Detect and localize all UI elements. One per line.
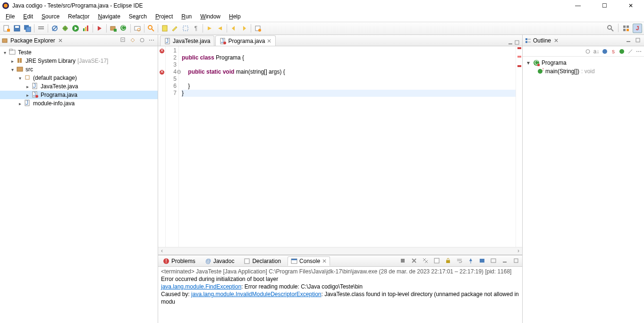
view-menu-icon[interactable] [148,37,156,44]
maximize-editor-icon[interactable] [514,39,520,46]
min-outline-icon[interactable] [625,37,633,44]
show-whitespace-icon[interactable]: ¶ [191,24,201,33]
run-last-icon[interactable] [95,24,104,33]
link-editor-icon[interactable] [129,37,137,44]
console-display-icon[interactable] [479,257,486,265]
svg-rect-41 [623,26,626,28]
search-icon[interactable] [146,24,156,33]
code-content[interactable]: public class Programa { public static vo… [179,46,516,247]
outline-tree[interactable]: ▾ C Programa s main(String[]) : void [523,57,644,77]
console-scroll-lock-icon[interactable] [445,257,452,265]
open-type-icon[interactable] [133,24,142,33]
skip-breakpoints-icon[interactable] [50,24,59,33]
editor-hscroll[interactable]: ‹› [158,247,522,255]
tab-declaration[interactable]: Declaration [241,257,284,265]
code-editor[interactable]: × × 1 2 3 4⊖ 5 6 7 public class Programa… [158,46,522,247]
close-console-icon[interactable]: ✕ [322,258,327,264]
marker-ruler[interactable]: × × [158,46,166,247]
menu-navigate[interactable]: Navigate [94,12,124,21]
svg-point-49 [140,38,144,42]
svg-marker-92 [469,258,472,261]
forward-icon[interactable] [239,24,249,33]
new-icon[interactable] [2,24,11,33]
overview-ruler[interactable] [516,46,522,247]
new-class-icon[interactable]: C [119,24,128,33]
close-button[interactable]: ✕ [623,2,638,9]
menu-run[interactable]: Run [178,12,195,21]
hide-nonpublic-icon[interactable] [619,48,625,55]
tree-jre[interactable]: ▸ JRE System Library [JavaSE-17] [0,57,158,65]
console-word-wrap-icon[interactable] [456,257,464,265]
menu-refactor[interactable]: Refactor [64,12,93,21]
next-annotation-icon[interactable] [205,24,214,33]
tree-file-programa[interactable]: ▸ J Programa.java [0,91,158,99]
outline-menu-icon[interactable] [636,48,642,55]
editor-tab-javateste[interactable]: J JavaTeste.java [160,35,214,46]
hide-static-icon[interactable]: s [610,48,617,55]
hide-local-icon[interactable] [627,48,634,55]
console-open-icon[interactable] [490,257,498,265]
console-terminate-icon[interactable] [399,257,407,265]
new-package-icon[interactable] [109,24,118,33]
menu-file[interactable]: File [2,12,18,21]
console-output[interactable]: <terminated> JavaTeste [Java Application… [158,267,522,323]
console-line: java.lang.module.FindException: Error re… [161,283,519,290]
tree-file-javateste[interactable]: ▸ J JavaTeste.java [0,82,158,91]
save-icon[interactable] [12,24,22,33]
toggle-highlight-icon[interactable] [170,24,180,33]
run-icon[interactable] [71,24,80,33]
pin-editor-icon[interactable] [253,24,263,33]
outline-class[interactable]: ▾ C Programa [524,59,643,67]
save-all-icon[interactable] [23,24,32,33]
block-select-icon[interactable] [181,24,190,33]
tab-problems[interactable]: ! Problems [160,257,198,265]
console-min-icon[interactable] [501,257,509,265]
menu-source[interactable]: Source [38,12,63,21]
editor-tab-programa[interactable]: J Programa.java ✕ [215,35,276,46]
close-outline-icon[interactable]: ✕ [554,37,559,44]
hide-fields-icon[interactable] [602,48,608,55]
console-link[interactable]: java.lang.module.FindException [161,283,241,290]
svg-rect-71 [508,43,512,44]
minimize-button[interactable]: — [570,2,585,9]
console-remove-icon[interactable] [411,257,418,265]
quick-access-icon[interactable] [606,24,615,33]
max-outline-icon[interactable] [635,37,642,44]
console-max-icon[interactable] [513,257,520,265]
toggle-breadcrumb-icon[interactable] [36,24,46,33]
close-view-icon[interactable]: ✕ [58,37,63,44]
outline-method[interactable]: s main(String[]) : void [524,67,643,76]
menu-window[interactable]: Window [196,12,224,21]
maximize-button[interactable]: ☐ [597,2,612,9]
console-clear-icon[interactable] [433,257,441,265]
open-perspective-icon[interactable] [621,24,631,33]
console-remove-all-icon[interactable] [422,257,430,265]
console-link[interactable]: java.lang.module.InvalidModuleDescriptor… [191,291,321,298]
coverage-icon[interactable] [81,24,91,33]
menu-edit[interactable]: Edit [19,12,37,21]
tree-default-package[interactable]: ▾ (default package) [0,74,158,82]
prev-annotation-icon[interactable] [215,24,225,33]
tab-javadoc[interactable]: @ Javadoc [202,257,237,265]
menu-project[interactable]: Project [152,12,177,21]
sort-icon[interactable]: a↓ [593,48,600,55]
minimize-editor-icon[interactable] [507,39,514,46]
tree-src[interactable]: ▾ src [0,65,158,74]
menu-help[interactable]: Help [225,12,245,21]
tree-project[interactable]: ▾ Teste [0,48,158,57]
svg-rect-22 [114,29,117,32]
tab-console[interactable]: Console ✕ [288,256,330,266]
package-tree[interactable]: ▾ Teste ▸ JRE System Library [JavaSE-17]… [0,46,158,110]
collapse-all-icon[interactable] [120,37,127,44]
focus-active-icon[interactable] [585,48,591,55]
close-tab-icon[interactable]: ✕ [267,38,271,44]
back-icon[interactable] [229,24,238,33]
console-pin-icon[interactable] [467,257,475,265]
tree-file-module-info[interactable]: ▸ J module-info.java [0,99,158,108]
menu-search[interactable]: Search [125,12,151,21]
debug-icon[interactable] [60,24,70,33]
java-perspective-icon[interactable]: J [633,24,642,33]
toggle-mark-icon[interactable] [160,24,169,33]
svg-line-28 [152,29,154,31]
focus-icon[interactable] [139,37,146,44]
